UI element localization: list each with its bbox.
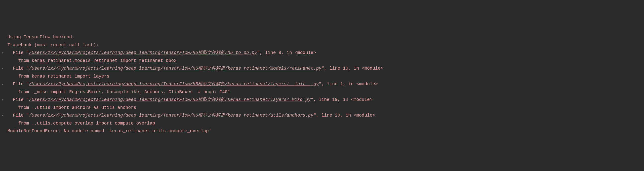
file-path-link[interactable]: /Users/zxx/PycharmProjects/learning/deep… [29,97,310,102]
traceback-file-line: File "/Users/zxx/PycharmProjects/learnin… [8,80,644,88]
source-code: from ..utils import anchors as utils_anc… [8,105,136,110]
file-prefix: File " [8,82,29,86]
module-tag: <module> [362,66,383,71]
line-info: ", line 8, in [257,50,295,55]
gutter-dot-icon [2,68,3,69]
source-code: from ..utils.compute_overlap import comp… [8,121,155,126]
file-path-link[interactable]: /Users/zxx/PycharmProjects/learning/deep… [29,82,319,86]
file-path-link[interactable]: /Users/zxx/PycharmProjects/learning/deep… [29,50,257,55]
backend-text: Using TensorFlow backend. [8,34,74,40]
traceback-file-line: File "/Users/zxx/PycharmProjects/learnin… [8,64,644,72]
source-code: from ._misc import RegressBoxes, Upsampl… [8,90,230,94]
module-tag: <module> [295,50,316,55]
module-tag: <module> [354,113,375,118]
line-info: ", line 19, in [322,66,362,71]
file-prefix: File " [8,97,29,102]
module-tag: <module> [356,82,378,86]
file-path-link[interactable]: /Users/zxx/PycharmProjects/learning/deep… [29,113,313,118]
traceback-file-line: File "/Users/zxx/PycharmProjects/learnin… [8,96,644,104]
traceback-source-line: from ._misc import RegressBoxes, Upsampl… [8,88,644,96]
source-code: from keras_retinanet import layers [8,74,109,79]
gutter-dot-icon [2,100,3,100]
gutter-dot-icon [2,84,3,85]
line-info: ", line 20, in [313,113,354,118]
file-prefix: File " [8,50,29,55]
traceback-source-line: from keras_retinanet import layers [8,72,644,80]
error-text: ModuleNotFoundError: No module named 'ke… [8,128,212,134]
file-prefix: File " [8,66,29,71]
traceback-source-line: from ..utils.compute_overlap import comp… [8,120,644,128]
traceback-header-line: Traceback (most recent call last): [8,41,644,49]
file-path-link[interactable]: /Users/zxx/PycharmProjects/learning/deep… [29,66,321,71]
text-cursor [155,120,155,126]
traceback-text: Traceback (most recent call last): [8,42,99,48]
error-line: ModuleNotFoundError: No module named 'ke… [8,127,644,135]
traceback-file-line: File "/Users/zxx/PycharmProjects/learnin… [8,49,644,57]
gutter-dot-icon [2,52,3,54]
console-output[interactable]: Using TensorFlow backend.Traceback (most… [8,33,644,135]
module-tag: <module> [351,97,372,102]
gutter-dot-icon [2,115,3,116]
traceback-source-line: from keras_retinanet.models.retinanet im… [8,57,644,65]
file-prefix: File " [8,113,29,118]
source-code: from keras_retinanet.models.retinanet im… [8,58,177,63]
line-info: ", line 1, in [319,82,356,86]
backend-line: Using TensorFlow backend. [8,33,644,41]
traceback-source-line: from ..utils import anchors as utils_anc… [8,104,644,112]
traceback-file-line: File "/Users/zxx/PycharmProjects/learnin… [8,112,644,120]
line-info: ", line 19, in [311,97,351,102]
